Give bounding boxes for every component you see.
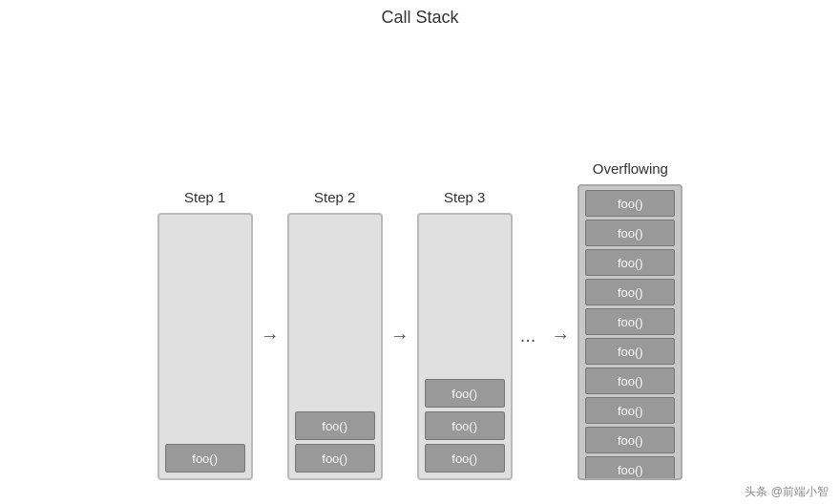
overflow-frame-7: foo() [585,397,675,424]
step-2-block: Step 2 foo() foo() [287,189,383,480]
step-1-frame-0: foo() [165,444,245,472]
arrow-3: → [551,325,570,480]
overflow-frame-6: foo() [585,368,675,394]
overflow-frame-8: foo() [585,427,675,453]
step-3-block: Step 3 foo() foo() foo() [417,189,513,480]
arrow-2: → [390,325,410,480]
step-1-block: Step 1 foo() [158,189,253,480]
arrow-1: → [261,325,280,480]
overflow-frame-3: foo() [585,279,675,305]
overflow-block: Overflowing foo() foo() foo() foo() foo(… [578,160,682,480]
step-2-frame-1: foo() [295,444,375,472]
step-3-frame-1: foo() [425,411,505,440]
overflow-frame-4: foo() [585,308,675,335]
overflow-frame-9: foo() [585,456,675,480]
overflow-frame-2: foo() [585,249,675,276]
step-2-label: Step 2 [314,189,355,205]
step-3-label: Step 3 [444,189,485,205]
step-3-stack: foo() foo() foo() [417,213,513,480]
step-1-label: Step 1 [184,189,225,205]
step-3-frame-0: foo() [425,379,505,408]
overflow-frame-1: foo() [585,220,675,246]
dots: ... [520,325,536,480]
step-2-frame-0: foo() [295,411,375,440]
overflow-frame-5: foo() [585,338,675,365]
page-title: Call Stack [381,8,458,28]
overflow-stack: foo() foo() foo() foo() foo() foo() foo(… [578,184,682,480]
overflow-label: Overflowing [593,160,668,177]
diagram-area: Step 1 foo() → Step 2 foo() foo() → Step… [0,47,840,480]
step-2-stack: foo() foo() [287,213,383,480]
step-1-stack: foo() [158,213,253,480]
overflow-frame-0: foo() [585,190,675,217]
step-3-frame-2: foo() [425,444,505,472]
footer-text: 头条 @前端小智 [0,480,840,504]
